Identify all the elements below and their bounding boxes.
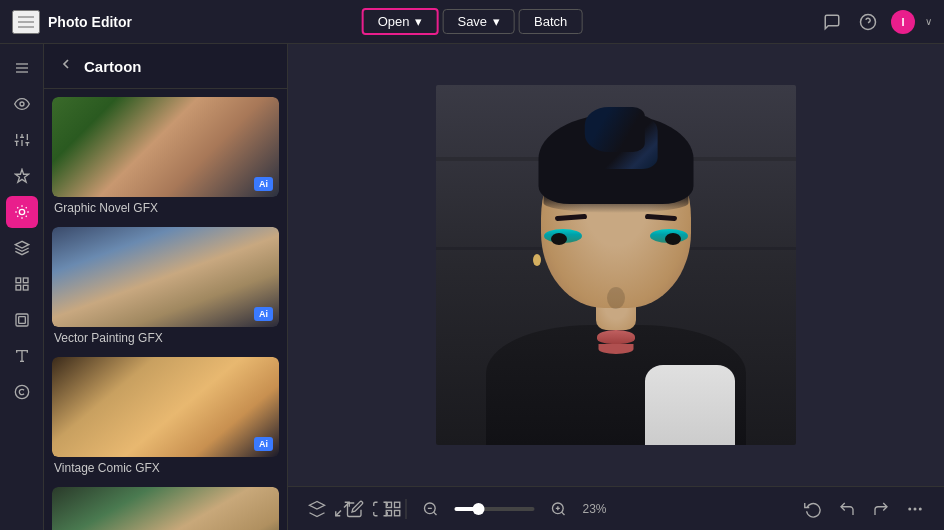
tool-text[interactable] <box>6 340 38 372</box>
layers-toggle-button[interactable] <box>304 496 330 522</box>
bottom-bar-right <box>800 496 928 522</box>
effect-label-vintage-comic: Vintage Comic GFX <box>52 461 279 475</box>
main-area: Cartoon Ai Graphic Novel GFX Ai Vector P… <box>0 44 944 530</box>
svg-point-25 <box>15 385 28 398</box>
svg-rect-20 <box>16 285 21 290</box>
bottom-bar: 23% <box>288 486 944 530</box>
expand-button[interactable] <box>330 496 356 522</box>
avatar-chevron-icon: ∨ <box>925 16 932 27</box>
save-button[interactable]: Save ▾ <box>442 9 515 34</box>
zoom-value: 23% <box>583 502 615 516</box>
zoom-slider[interactable] <box>455 507 535 511</box>
svg-point-40 <box>914 508 916 510</box>
tool-adjust[interactable] <box>6 124 38 156</box>
svg-point-41 <box>920 508 922 510</box>
open-button[interactable]: Open ▾ <box>362 8 439 35</box>
tool-frame[interactable] <box>6 304 38 336</box>
svg-line-31 <box>344 502 349 507</box>
effect-thumb-vector-painting: Ai <box>52 227 279 327</box>
photo-canvas[interactable] <box>436 85 796 445</box>
ai-badge: Ai <box>254 307 273 321</box>
header-center: Open ▾ Save ▾ Batch <box>362 8 583 35</box>
panel-title: Cartoon <box>84 58 142 75</box>
ai-badge: Ai <box>254 437 273 451</box>
canvas-area: 23% <box>288 44 944 530</box>
tool-effects[interactable] <box>6 196 38 228</box>
undo-button[interactable] <box>834 496 860 522</box>
app-title: Photo Editor <box>48 14 132 30</box>
effect-label-graphic-novel: Graphic Novel GFX <box>52 201 279 215</box>
svg-line-34 <box>434 512 437 515</box>
effects-list: Ai Graphic Novel GFX Ai Vector Painting … <box>44 89 287 530</box>
zoom-out-button[interactable] <box>419 497 443 521</box>
avatar[interactable]: I <box>891 10 915 34</box>
effect-thumb-graphic-novel: Ai <box>52 97 279 197</box>
comment-button[interactable] <box>819 9 845 35</box>
effect-thumb-vintage-comic: Ai <box>52 357 279 457</box>
effect-thumb-cartoonizer-1: Ai <box>52 487 279 530</box>
svg-point-15 <box>19 209 24 214</box>
zoom-divider <box>406 499 407 519</box>
rotate-button[interactable] <box>800 496 826 522</box>
bottom-bar-center: 23% <box>330 496 615 522</box>
zoom-slider-container <box>455 507 535 511</box>
tool-magic[interactable] <box>6 160 38 192</box>
svg-line-37 <box>562 512 565 515</box>
effect-vector-painting[interactable]: Ai Vector Painting GFX <box>52 227 279 345</box>
effect-graphic-novel[interactable]: Ai Graphic Novel GFX <box>52 97 279 215</box>
svg-rect-22 <box>18 317 25 324</box>
more-button[interactable] <box>902 496 928 522</box>
header: Photo Editor Open ▾ Save ▾ Batch I <box>0 0 944 44</box>
effect-cartoonizer-1[interactable]: Ai Cartoonizer GFX 1 <box>52 487 279 530</box>
redo-button[interactable] <box>868 496 894 522</box>
header-right: I ∨ <box>819 9 932 35</box>
open-chevron-icon: ▾ <box>415 14 422 29</box>
menu-button[interactable] <box>12 10 40 34</box>
effect-vintage-comic[interactable]: Ai Vintage Comic GFX <box>52 357 279 475</box>
effect-label-vector-painting: Vector Painting GFX <box>52 331 279 345</box>
batch-button[interactable]: Batch <box>519 9 582 34</box>
tool-group[interactable] <box>6 268 38 300</box>
tool-layers[interactable] <box>6 232 38 264</box>
panel-header: Cartoon <box>44 44 287 89</box>
panel-back-button[interactable] <box>56 54 76 78</box>
save-chevron-icon: ▾ <box>493 14 500 29</box>
ai-badge: Ai <box>254 177 273 191</box>
left-toolbar <box>0 44 44 530</box>
svg-marker-16 <box>15 241 28 248</box>
tool-menu[interactable] <box>6 52 38 84</box>
help-button[interactable] <box>855 9 881 35</box>
svg-rect-18 <box>23 278 28 283</box>
fit-button[interactable] <box>368 496 394 522</box>
svg-marker-26 <box>310 501 325 509</box>
canvas-content <box>288 44 944 486</box>
svg-line-32 <box>336 510 341 515</box>
effects-panel: Cartoon Ai Graphic Novel GFX Ai Vector P… <box>44 44 288 530</box>
svg-rect-17 <box>16 278 21 283</box>
svg-rect-21 <box>16 314 28 326</box>
svg-point-42 <box>909 508 911 510</box>
tool-eye[interactable] <box>6 88 38 120</box>
svg-point-5 <box>20 102 24 106</box>
zoom-in-button[interactable] <box>547 497 571 521</box>
tool-copyright[interactable] <box>6 376 38 408</box>
svg-rect-19 <box>23 285 28 290</box>
